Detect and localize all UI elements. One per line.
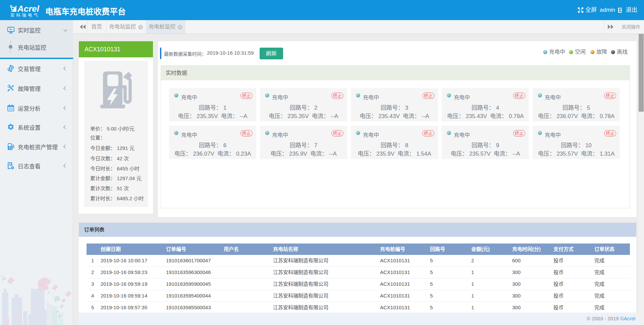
svg-text:安科瑞电气: 安科瑞电气 [10, 13, 40, 18]
svg-text:Acrel: Acrel [17, 4, 40, 14]
svg-text:¥: ¥ [10, 67, 12, 70]
